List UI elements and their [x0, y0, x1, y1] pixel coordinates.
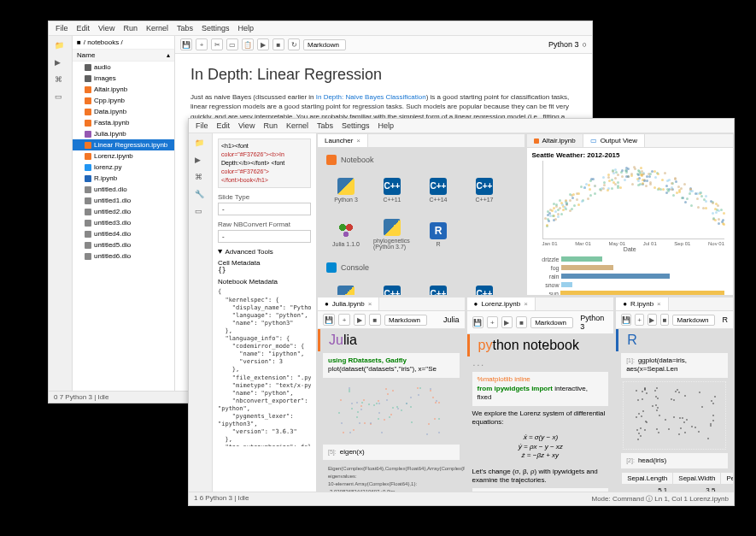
save-button[interactable]: 💾 [180, 38, 192, 50]
file-item[interactable]: images [73, 73, 174, 84]
kernel-indicator[interactable]: R [722, 315, 728, 324]
cell-metadata-field[interactable]: {} [218, 267, 311, 274]
code-cell[interactable]: [1]:ggplot(data=iris, aes(x=Sepal.Len [621, 353, 728, 378]
tab-r[interactable]: ● R.ipynb× [616, 297, 669, 310]
restart-button[interactable]: ↻ [288, 38, 300, 50]
tabs-icon[interactable]: ▭ [195, 207, 207, 219]
breadcrumb[interactable]: ■ / notebooks / [73, 36, 174, 50]
folder-icon[interactable]: 📁 [55, 41, 67, 53]
launcher-tile[interactable]: C++C++11 [372, 278, 412, 296]
run-button[interactable]: ▶ [257, 38, 269, 50]
menu-edit[interactable]: Edit [77, 24, 91, 32]
code-cell[interactable]: %matplotlib inline from ipywidgets impor… [472, 372, 609, 405]
cut-button[interactable]: ✂ [211, 38, 223, 50]
file-item[interactable]: untitled3.dio [73, 217, 174, 228]
launcher-tile[interactable]: C++C++17 [465, 170, 504, 209]
advanced-tools[interactable]: Advanced Tools Cell Metadata {} Notebook… [218, 248, 311, 446]
file-item[interactable]: untitled1.dio [73, 195, 174, 206]
menu-settings[interactable]: Settings [342, 121, 370, 130]
celltype-dropdown[interactable]: Markdown [384, 315, 427, 326]
launcher-tile[interactable]: Python 3 [326, 278, 366, 296]
file-item[interactable]: untitled2.dio [73, 206, 174, 217]
menu-kernel[interactable]: Kernel [286, 121, 308, 130]
add-cell-button[interactable]: + [338, 314, 350, 326]
menu-tabs[interactable]: Tabs [177, 24, 193, 32]
file-item[interactable]: untitled5.dio [73, 239, 174, 250]
save-button[interactable]: 💾 [323, 314, 335, 326]
menu-run[interactable]: Run [123, 24, 138, 32]
file-item[interactable]: Linear Regression.ipynb [73, 139, 174, 150]
close-icon[interactable]: × [524, 300, 528, 308]
file-item[interactable]: Lorenz.ipynb [73, 150, 174, 162]
tab-julia[interactable]: ● Julia.ipynb× [318, 297, 379, 310]
menu-settings[interactable]: Settings [202, 24, 230, 32]
nb-metadata-field[interactable]: { "kernelspec": { "display_name": "Pytho… [218, 288, 311, 446]
paste-button[interactable]: 📋 [242, 38, 254, 50]
tab-launcher[interactable]: Launcher× [318, 134, 368, 147]
add-cell-button[interactable]: + [487, 316, 498, 328]
launcher-tile[interactable]: phylogenetics (Python 3.7) [372, 215, 412, 254]
menu-file[interactable]: File [56, 24, 68, 32]
file-item[interactable]: Cpp.ipynb [73, 95, 174, 106]
file-item[interactable]: Julia.ipynb [73, 128, 174, 139]
kernel-indicator[interactable]: Python 3 [548, 40, 579, 49]
launcher-tile[interactable]: C++C++11 [372, 170, 412, 209]
run-button[interactable]: ▶ [648, 314, 657, 326]
commands-icon[interactable]: ⌘ [55, 75, 67, 87]
sort-icon[interactable]: ▴ [167, 51, 170, 59]
markdown-cell[interactable]: ... [467, 356, 614, 372]
slide-type-select[interactable]: - [218, 203, 311, 215]
wrench-icon[interactable]: 🔧 [195, 190, 207, 202]
file-item[interactable]: R.ipynb [73, 173, 174, 184]
code-cell[interactable]: [2]:head(iris) [621, 453, 728, 468]
tab-output-view[interactable]: ▭Output View [583, 134, 645, 147]
menu-edit[interactable]: Edit [217, 121, 231, 130]
menu-tabs[interactable]: Tabs [317, 121, 333, 130]
menu-run[interactable]: Run [263, 121, 278, 130]
code-cell[interactable]: [5]:eigen(x) [323, 445, 460, 460]
kernel-indicator[interactable]: Julia [443, 315, 460, 324]
commands-icon[interactable]: ⌘ [195, 173, 207, 185]
stop-button[interactable]: ■ [516, 316, 527, 328]
stop-button[interactable]: ■ [369, 314, 381, 326]
celltype-dropdown[interactable]: Markdown [672, 315, 715, 326]
file-item[interactable]: Altair.ipynb [73, 84, 174, 95]
menu-help[interactable]: Help [237, 24, 254, 32]
copy-button[interactable]: ▭ [226, 38, 238, 50]
save-button[interactable]: 💾 [472, 316, 483, 328]
markdown-cell[interactable]: Let's change (σ, β, ρ) with ipywidgets a… [467, 464, 614, 489]
file-item[interactable]: untitled4.dio [73, 228, 174, 239]
kernel-indicator[interactable]: Python 3 [580, 314, 608, 331]
menu-help[interactable]: Help [378, 121, 394, 130]
launcher-tile[interactable]: C++C++14 [419, 170, 458, 209]
code-cell[interactable]: using RDatasets, Gadfly plot(dataset("da… [323, 353, 460, 378]
tabs-icon[interactable]: ▭ [55, 92, 67, 104]
nbconvert-select[interactable]: - [218, 230, 311, 243]
file-item[interactable]: untitled.dio [73, 184, 174, 195]
launcher-tile[interactable]: C++C++14 [419, 278, 458, 296]
menu-view[interactable]: View [238, 121, 255, 130]
tab-altair[interactable]: Altair.ipynb [527, 134, 583, 147]
celltype-dropdown[interactable]: Markdown [530, 317, 573, 328]
add-cell-button[interactable]: + [635, 314, 644, 326]
celltype-dropdown[interactable]: Markdown [303, 39, 346, 50]
file-item[interactable]: audio [73, 62, 174, 73]
close-icon[interactable]: × [356, 137, 360, 144]
folder-icon[interactable]: 📁 [195, 138, 207, 150]
name-header[interactable]: Name [77, 51, 95, 59]
save-button[interactable]: 💾 [621, 314, 631, 326]
file-item[interactable]: lorenz.py [73, 162, 174, 173]
stop-button[interactable]: ■ [660, 314, 670, 326]
launcher-tile[interactable]: RR [419, 215, 458, 254]
file-item[interactable]: untitled6.dio [73, 250, 174, 262]
launcher-tile[interactable]: Python 3 [326, 170, 366, 209]
run-button[interactable]: ▶ [501, 316, 513, 328]
link-naive-bayes[interactable]: In Depth: Naive Bayes Classification [316, 93, 426, 101]
markdown-cell[interactable]: We explore the Lorenz system of differen… [467, 406, 614, 431]
file-item[interactable]: Fasta.ipynb [73, 117, 174, 128]
running-icon[interactable]: ▶ [195, 156, 207, 168]
menu-view[interactable]: View [98, 24, 114, 32]
menu-kernel[interactable]: Kernel [146, 24, 168, 32]
stop-button[interactable]: ■ [273, 38, 284, 50]
tab-lorenz[interactable]: ● Lorenz.ipynb× [467, 297, 536, 310]
